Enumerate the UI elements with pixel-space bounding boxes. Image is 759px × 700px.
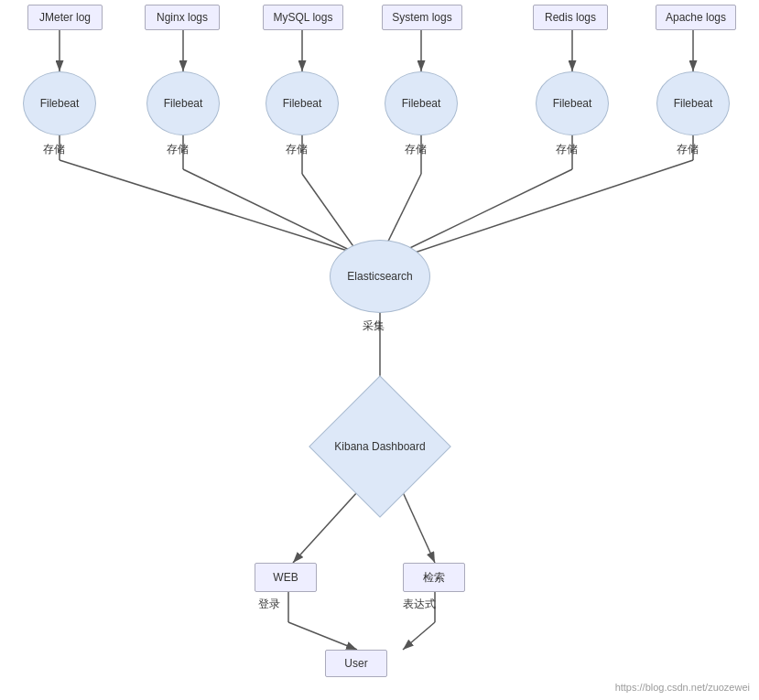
svg-line-20 <box>293 492 357 563</box>
diagram-container: JMeter log Nginx logs MySQL logs System … <box>0 0 759 700</box>
svg-line-16 <box>389 169 572 258</box>
source-apache: Apache logs <box>656 5 736 30</box>
kibana-label: Kibana Dashboard <box>334 440 425 453</box>
store-label-2: 存储 <box>286 142 308 157</box>
store-label-1: 存储 <box>167 142 189 157</box>
store-label-3: 存储 <box>405 142 427 157</box>
login-label: 登录 <box>258 597 280 612</box>
svg-line-25 <box>403 622 435 650</box>
elasticsearch-node: Elasticsearch <box>330 240 430 313</box>
store-label-0: 存储 <box>43 142 65 157</box>
search-node: 检索 <box>403 563 465 592</box>
filebeat-4: Filebeat <box>536 71 609 135</box>
source-system: System logs <box>382 5 462 30</box>
web-node: WEB <box>255 563 317 592</box>
user-node: User <box>325 650 387 677</box>
expression-label: 表达式 <box>403 597 436 612</box>
filebeat-0: Filebeat <box>23 71 96 135</box>
svg-line-21 <box>403 492 435 563</box>
filebeat-2: Filebeat <box>266 71 339 135</box>
store-label-5: 存储 <box>677 142 699 157</box>
source-nginx: Nginx logs <box>145 5 220 30</box>
svg-line-18 <box>398 160 693 258</box>
svg-line-10 <box>183 169 366 258</box>
filebeat-1: Filebeat <box>146 71 220 135</box>
collect-label: 采集 <box>363 318 385 334</box>
svg-line-8 <box>60 160 371 258</box>
source-jmeter: JMeter log <box>27 5 103 30</box>
svg-line-23 <box>288 622 357 650</box>
source-mysql: MySQL logs <box>263 5 343 30</box>
filebeat-5: Filebeat <box>656 71 730 135</box>
source-redis: Redis logs <box>533 5 608 30</box>
store-label-4: 存储 <box>556 142 578 157</box>
kibana-node: Kibana Dashboard <box>307 393 453 499</box>
watermark: https://blog.csdn.net/zuozewei <box>615 682 750 693</box>
filebeat-3: Filebeat <box>385 71 458 135</box>
diagram-svg <box>0 0 759 700</box>
